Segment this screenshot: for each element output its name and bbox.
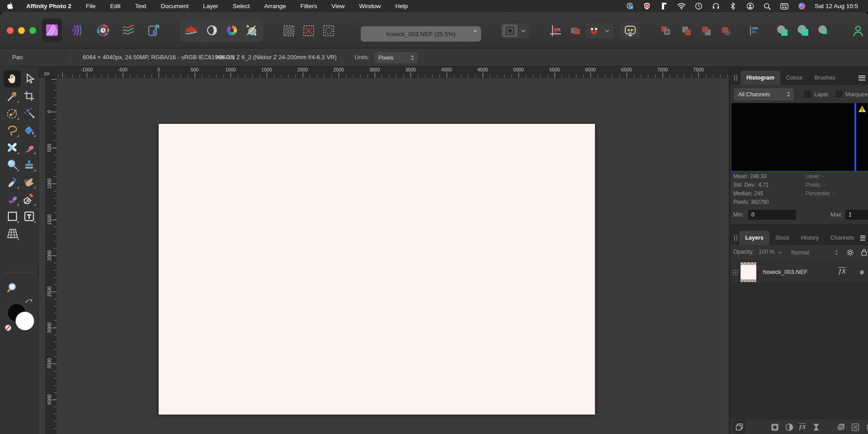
no-colour-icon[interactable] <box>5 324 12 331</box>
menu-edit[interactable]: Edit <box>103 3 128 9</box>
menu-filters[interactable]: Filters <box>293 3 324 9</box>
flood-fill-tool[interactable] <box>20 122 38 139</box>
document-tab[interactable]: howick_003.NEF (25.5%) * <box>361 26 481 42</box>
marquee-checkbox[interactable] <box>835 91 842 98</box>
max-input[interactable]: 1 <box>845 210 868 220</box>
smudge-tool[interactable] <box>4 190 21 208</box>
siri-icon[interactable] <box>793 0 810 12</box>
alignment-button[interactable] <box>747 23 762 38</box>
new-selection-button[interactable] <box>283 24 295 37</box>
histogram-warning-icon[interactable] <box>858 105 866 113</box>
background-colour-swatch[interactable] <box>15 311 34 330</box>
flag-icon[interactable] <box>656 0 673 12</box>
geometry-subtract-button[interactable] <box>795 22 812 39</box>
text-tool[interactable] <box>20 208 38 225</box>
document-canvas[interactable] <box>159 124 595 415</box>
move-to-front-button[interactable] <box>718 23 733 38</box>
flood-select-tool[interactable] <box>20 104 38 122</box>
opacity-value[interactable]: 100 % <box>759 249 774 255</box>
rectangle-tool[interactable] <box>4 208 21 225</box>
freehand-selection-tool[interactable] <box>4 122 21 139</box>
canvas-area[interactable]: px -1000-5000500100015002000250030003500… <box>39 66 729 434</box>
apple-menu-icon[interactable] <box>6 2 20 10</box>
snapping-manager-button[interactable] <box>548 23 563 38</box>
layer-effects-button[interactable]: ƒX <box>796 421 808 433</box>
paint-brush-tool[interactable] <box>20 139 38 156</box>
auto-white-balance-button[interactable] <box>242 21 261 39</box>
lock-layer-icon[interactable] <box>861 249 868 256</box>
assistant-button[interactable] <box>620 22 640 39</box>
blur-tool[interactable] <box>4 156 21 173</box>
transform-objects-button[interactable] <box>568 23 583 38</box>
blend-mode-dropdown[interactable]: Normal <box>788 247 841 258</box>
s-badge-icon[interactable]: S <box>638 0 656 12</box>
panel-menu-icon[interactable] <box>859 75 865 80</box>
menu-help[interactable]: Help <box>388 3 415 9</box>
bluetooth-icon[interactable] <box>724 0 741 12</box>
layer-thumbnail[interactable] <box>740 262 757 283</box>
tab-brushes[interactable]: Brushes <box>809 71 841 85</box>
live-filter-button[interactable] <box>810 421 822 433</box>
menu-select[interactable]: Select <box>226 3 257 9</box>
search-icon[interactable] <box>759 0 776 12</box>
auto-levels-button[interactable] <box>182 21 201 39</box>
panel-drag-grip[interactable] <box>734 235 737 241</box>
zoom-window-button[interactable] <box>29 27 36 34</box>
colour-picker-tool[interactable] <box>4 87 21 104</box>
menu-layer[interactable]: Layer <box>196 3 226 9</box>
account-person-button[interactable] <box>849 22 867 39</box>
tab-channels[interactable]: Channels <box>825 231 860 245</box>
export-persona-button[interactable] <box>144 19 164 42</box>
close-window-button[interactable] <box>7 27 14 34</box>
view-pan-tool[interactable] <box>4 70 21 87</box>
panel-drag-grip[interactable] <box>734 75 739 81</box>
panel-menu-icon[interactable] <box>860 236 865 241</box>
layer-fx-badge[interactable]: ƒX <box>838 268 846 275</box>
healing-brush-tool[interactable] <box>4 139 21 156</box>
tone-mapping-persona-button[interactable] <box>118 19 138 42</box>
zoom-tool[interactable] <box>4 279 21 296</box>
units-dropdown[interactable]: Pixels <box>374 52 418 63</box>
tab-history[interactable]: History <box>795 231 825 245</box>
histogram-graph[interactable] <box>731 103 868 172</box>
minimize-window-button[interactable] <box>18 27 25 34</box>
subtract-selection-button[interactable] <box>302 24 315 37</box>
headphones-icon[interactable] <box>707 0 724 12</box>
crop-tool[interactable] <box>20 87 38 104</box>
preview-mode-chevron[interactable] <box>519 27 527 35</box>
swap-colours-icon[interactable] <box>24 298 33 304</box>
app-menu-title[interactable]: Affinity Photo 2 <box>20 3 79 9</box>
mask-layer-button[interactable] <box>769 421 781 433</box>
opacity-chevron-icon[interactable] <box>778 251 783 254</box>
layers-list[interactable]: howick_003.NEF ƒX <box>731 260 868 419</box>
menu-document[interactable]: Document <box>154 3 196 9</box>
auto-colour-button[interactable] <box>222 21 241 39</box>
menu-clock[interactable]: Sat 12 Aug 10:5 <box>810 3 868 9</box>
move-tool[interactable] <box>20 70 38 87</box>
tab-layers[interactable]: Layers <box>739 231 769 245</box>
globe-download-icon[interactable] <box>621 0 638 12</box>
layer-row[interactable]: howick_003.NEF ƒX <box>731 260 868 284</box>
layer-drag-dots-icon[interactable] <box>732 269 738 275</box>
time-machine-icon[interactable] <box>690 0 707 12</box>
layer-checkbox[interactable] <box>804 91 811 98</box>
menu-view[interactable]: View <box>324 3 352 9</box>
stacked-layers-button[interactable] <box>733 421 745 433</box>
account-icon[interactable] <box>741 0 759 12</box>
geometry-add-button[interactable] <box>774 22 791 39</box>
delete-layer-button[interactable] <box>863 421 868 433</box>
min-input[interactable]: 0 <box>748 210 796 220</box>
liquify-persona-button[interactable] <box>67 19 87 42</box>
channel-selector-dropdown[interactable]: All Channels <box>734 88 794 100</box>
geometry-intersect-button[interactable] <box>815 22 832 39</box>
control-center-icon[interactable] <box>776 0 793 12</box>
tab-histogram[interactable]: Histogram <box>741 71 780 85</box>
new-pixel-layer-button[interactable] <box>849 421 861 433</box>
intersect-selection-button[interactable] <box>322 24 335 37</box>
mesh-warp-tool[interactable] <box>4 225 21 242</box>
forward-one-button[interactable] <box>698 23 714 38</box>
clone-stamp-tool[interactable] <box>20 156 38 173</box>
layer-name[interactable]: howick_003.NEF <box>763 269 807 275</box>
dodge-brush-tool[interactable] <box>4 173 21 190</box>
wifi-icon[interactable] <box>673 0 690 12</box>
